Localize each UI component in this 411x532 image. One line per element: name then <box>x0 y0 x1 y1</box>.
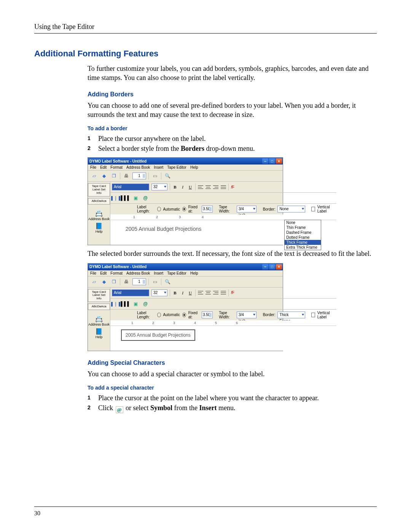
tape-width-label: Tape Width: <box>219 205 234 213</box>
barcode2-icon[interactable]: ▌▌▌ <box>122 300 129 308</box>
vertical-label-checkbox[interactable] <box>311 207 315 211</box>
address-book-icon: 📇 <box>88 315 110 323</box>
tape-width-combo[interactable]: 3/4 inch <box>237 206 256 212</box>
sidebar-address-book[interactable]: 📇Address Book <box>88 210 110 221</box>
italic-button[interactable]: I <box>180 185 185 189</box>
font-size-combo[interactable]: 32 <box>151 184 167 190</box>
bold-button[interactable]: B <box>172 185 178 189</box>
screenshot-border-applied: DYMO Label Software - Untitled – □ × Fil… <box>88 263 283 351</box>
print-icon[interactable]: 🖶 <box>123 278 130 286</box>
border-option[interactable]: Extra Thick Frame <box>285 245 321 250</box>
border-option[interactable]: Dotted Frame <box>285 235 321 240</box>
font-size-combo[interactable]: 32 <box>151 289 167 296</box>
zoom-icon[interactable]: 🔍 <box>164 172 171 180</box>
border-dropdown-list[interactable]: None Thin Frame Dashed Frame Dotted Fram… <box>284 220 321 250</box>
italic-button[interactable]: I <box>180 291 185 295</box>
vertical-label-checkbox[interactable] <box>311 313 315 317</box>
maximize-icon[interactable]: □ <box>269 158 275 164</box>
font-name-combo[interactable]: Arial <box>112 184 149 190</box>
align-left-icon[interactable] <box>198 184 203 190</box>
save-icon[interactable]: ❐ <box>110 172 118 180</box>
align-right-icon[interactable] <box>213 184 218 190</box>
minimize-icon[interactable]: – <box>262 158 268 164</box>
menu-file[interactable]: File <box>90 271 96 275</box>
maximize-icon[interactable]: □ <box>269 264 275 270</box>
sidebar-font-card[interactable]: ABcDaAca <box>88 304 110 310</box>
image-icon[interactable]: ▣ <box>132 194 139 202</box>
radio-automatic[interactable] <box>157 207 161 211</box>
menu-tape-editor[interactable]: Tape Editor <box>167 165 186 169</box>
menu-insert[interactable]: Insert <box>154 165 163 169</box>
font-color-icon[interactable]: fF <box>231 291 234 295</box>
border-option[interactable]: Dashed Frame <box>285 230 321 235</box>
sidebar-address-book[interactable]: 📇Address Book <box>88 315 110 326</box>
font-color-icon[interactable]: fF <box>231 185 234 189</box>
menu-edit[interactable]: Edit <box>100 165 107 169</box>
menu-insert[interactable]: Insert <box>154 271 163 275</box>
symbol-icon[interactable]: @ <box>142 300 149 308</box>
bold-button[interactable]: B <box>172 291 178 295</box>
sidebar-label-card[interactable]: Tape Card Label Set Info <box>88 183 110 196</box>
label-icon[interactable]: ▭ <box>151 172 159 180</box>
border-option-selected[interactable]: Thick Frame <box>285 240 321 245</box>
minimize-icon[interactable]: – <box>262 264 268 270</box>
radio-automatic[interactable] <box>157 313 161 317</box>
image-icon[interactable]: ▣ <box>132 300 139 308</box>
menu-file[interactable]: File <box>90 165 96 169</box>
border-combo[interactable]: Thick Frame <box>277 312 305 318</box>
tape-width-combo[interactable]: 3/4 inch <box>237 312 256 318</box>
align-justify-icon[interactable] <box>221 290 226 296</box>
align-center-icon[interactable] <box>206 184 211 190</box>
print-icon[interactable]: 🖶 <box>123 172 130 180</box>
sidebar-help[interactable]: 📘Help <box>95 328 103 339</box>
zoom-icon[interactable]: 🔍 <box>164 278 171 286</box>
sidebar-help[interactable]: 📘Help <box>95 222 103 233</box>
new-icon[interactable]: ▱ <box>90 172 98 180</box>
copies-spinner[interactable]: 1 <box>132 173 146 179</box>
menu-tape-editor[interactable]: Tape Editor <box>167 271 186 275</box>
radio-fixed[interactable] <box>182 207 186 211</box>
menu-help[interactable]: Help <box>190 271 198 275</box>
font-name-combo[interactable]: Arial <box>112 289 149 296</box>
align-right-icon[interactable] <box>213 290 218 296</box>
close-icon[interactable]: × <box>276 264 282 270</box>
align-center-icon[interactable] <box>206 290 211 296</box>
menu-edit[interactable]: Edit <box>100 271 107 275</box>
fixed-at-label: Fixed at: <box>188 205 200 213</box>
copies-spinner[interactable]: 1 <box>132 278 146 285</box>
symbol-icon[interactable]: @ <box>142 194 149 202</box>
automatic-label: Automatic <box>163 313 180 317</box>
menu-help[interactable]: Help <box>190 165 198 169</box>
sidebar-label-card[interactable]: Tape Card Label Set Info <box>88 289 110 302</box>
fixed-length-spinner[interactable]: 3.50" <box>202 312 212 318</box>
page-number: 30 <box>34 510 377 517</box>
barcode-icon[interactable]: ❚❘❚ <box>112 300 119 308</box>
menu-address-book[interactable]: Address Book <box>126 165 150 169</box>
label-icon[interactable]: ▭ <box>151 278 159 286</box>
open-icon[interactable]: ◆ <box>100 278 108 286</box>
help-icon: 📘 <box>95 222 103 230</box>
border-option[interactable]: None <box>285 220 321 225</box>
screenshot-border-dropdown: DYMO Label Software - Untitled – □ × Fil… <box>88 157 283 245</box>
barcode-icon[interactable]: ❚❘❚ <box>112 194 119 202</box>
sidebar-font-card[interactable]: ABcDaAca <box>88 198 110 204</box>
open-icon[interactable]: ◆ <box>100 172 108 180</box>
step-number: 1 <box>88 393 98 403</box>
border-option[interactable]: Thin Frame <box>285 225 321 230</box>
menu-format[interactable]: Format <box>110 165 123 169</box>
radio-fixed[interactable] <box>182 313 186 317</box>
tape-width-label: Tape Width: <box>219 311 234 319</box>
menu-format[interactable]: Format <box>110 271 123 275</box>
underline-button[interactable]: U <box>188 185 193 189</box>
footer-rule <box>34 506 377 507</box>
border-combo[interactable]: None <box>277 206 305 212</box>
align-justify-icon[interactable] <box>221 184 226 190</box>
align-left-icon[interactable] <box>198 290 203 296</box>
close-icon[interactable]: × <box>276 158 282 164</box>
underline-button[interactable]: U <box>188 291 193 295</box>
new-icon[interactable]: ▱ <box>90 278 98 286</box>
barcode2-icon[interactable]: ▌▌▌ <box>122 194 129 202</box>
fixed-length-spinner[interactable]: 3.50" <box>202 206 212 212</box>
menu-address-book[interactable]: Address Book <box>126 271 150 275</box>
save-icon[interactable]: ❐ <box>110 278 118 286</box>
